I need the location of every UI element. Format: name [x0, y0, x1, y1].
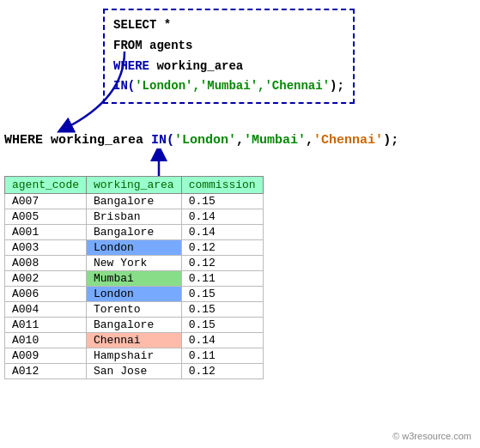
cell-working-area: Torento [87, 302, 182, 318]
table-row: A002Mumbai0.11 [5, 271, 264, 287]
cell-working-area: Mumbai [87, 271, 182, 287]
cell-working-area: Bangalore [87, 318, 182, 333]
cell-agent-code: A007 [5, 194, 87, 209]
cell-commission: 0.11 [181, 348, 263, 364]
in-suffix: ); [383, 133, 398, 148]
cell-working-area: London [87, 240, 182, 256]
table-row: A008New York0.12 [5, 256, 264, 271]
cell-commission: 0.15 [181, 318, 263, 333]
cell-working-area: Brisban [87, 209, 182, 225]
cell-commission: 0.15 [181, 302, 263, 318]
cell-commission: 0.12 [181, 240, 263, 256]
cell-agent-code: A010 [5, 333, 87, 348]
cell-commission: 0.15 [181, 287, 263, 302]
table-row: A004Torento0.15 [5, 302, 264, 318]
cell-commission: 0.11 [181, 271, 263, 287]
watermark: © w3resource.com [392, 431, 471, 441]
cell-commission: 0.14 [181, 333, 263, 348]
in-values: 'London','Mumbai','Chennai' [135, 79, 330, 93]
table-row: A005Brisban0.14 [5, 209, 264, 225]
col-working-area: working_area [87, 177, 182, 194]
table-row: A001Bangalore0.14 [5, 225, 264, 240]
col-commission: commission [181, 177, 263, 194]
cell-agent-code: A006 [5, 287, 87, 302]
table-row: A012San Jose0.12 [5, 364, 264, 379]
cell-commission: 0.12 [181, 364, 263, 379]
table-row: A006London0.15 [5, 287, 264, 302]
val-mumbai: 'Mumbai' [244, 133, 306, 148]
cell-working-area: Bangalore [87, 194, 182, 209]
cell-agent-code: A008 [5, 256, 87, 271]
comma1: , [236, 133, 244, 148]
cell-working-area: Bangalore [87, 225, 182, 240]
arrow-down-svg [47, 47, 150, 142]
cell-commission: 0.15 [181, 194, 263, 209]
cell-commission: 0.12 [181, 256, 263, 271]
where-prefix: WHERE working_area [4, 133, 151, 148]
table-row: A009Hampshair0.11 [5, 348, 264, 364]
cell-working-area: Hampshair [87, 348, 182, 364]
table-row: A010Chennai0.14 [5, 333, 264, 348]
comma2: , [306, 133, 313, 148]
cell-agent-code: A004 [5, 302, 87, 318]
in-close: ); [330, 79, 344, 93]
table-row: A007Bangalore0.15 [5, 194, 264, 209]
table-row: A003London0.12 [5, 240, 264, 256]
sql-line-1: SELECT * [113, 15, 344, 36]
cell-agent-code: A002 [5, 271, 87, 287]
where-large-line: WHERE working_area IN('London','Mumbai',… [4, 133, 398, 148]
col-agent-code: agent_code [5, 177, 87, 194]
table-body: A007Bangalore0.15A005Brisban0.14A001Bang… [5, 194, 264, 379]
cell-commission: 0.14 [181, 225, 263, 240]
cell-agent-code: A012 [5, 364, 87, 379]
cell-working-area: London [87, 287, 182, 302]
cell-agent-code: A009 [5, 348, 87, 364]
field-name: working_area [156, 59, 243, 73]
table-row: A011Bangalore0.15 [5, 318, 264, 333]
cell-working-area: Chennai [87, 333, 182, 348]
agents-table: agent_code working_area commission A007B… [4, 176, 264, 379]
cell-agent-code: A003 [5, 240, 87, 256]
cell-agent-code: A005 [5, 209, 87, 225]
arrow-up-svg [146, 148, 172, 179]
cell-working-area: San Jose [87, 364, 182, 379]
cell-working-area: New York [87, 256, 182, 271]
main-container: SELECT * FROM agents WHERE working_area … [0, 0, 480, 448]
val-chennai: 'Chennai' [313, 133, 383, 148]
cell-commission: 0.14 [181, 209, 263, 225]
data-table-wrapper: agent_code working_area commission A007B… [4, 176, 264, 379]
in-fn: IN( [151, 133, 174, 148]
val-london: 'London' [174, 133, 236, 148]
cell-agent-code: A001 [5, 225, 87, 240]
table-header-row: agent_code working_area commission [5, 177, 264, 194]
cell-agent-code: A011 [5, 318, 87, 333]
